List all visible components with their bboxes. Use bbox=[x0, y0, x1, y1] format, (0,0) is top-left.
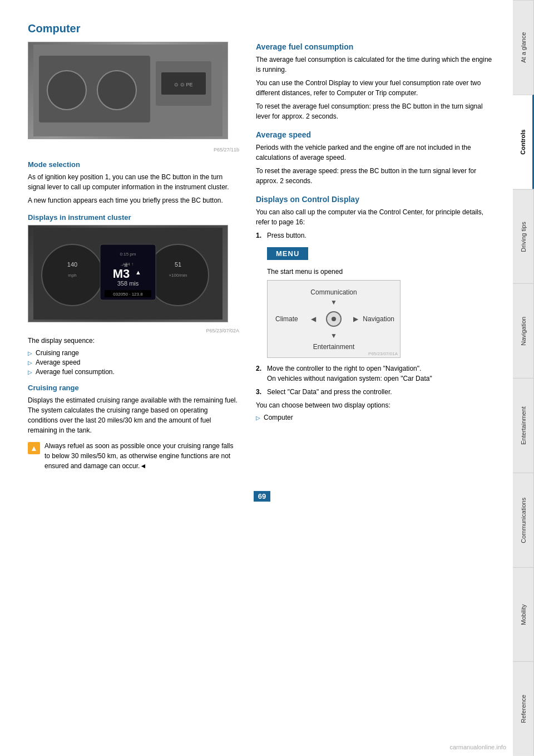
bullet-arrow-1: ▷ bbox=[28, 350, 32, 356]
warning-text: Always refuel as soon as possible once y… bbox=[44, 441, 239, 471]
step-2: 2. Move the controller to the right to o… bbox=[256, 364, 496, 384]
warning-icon: ▲ bbox=[28, 442, 40, 454]
step2-text: Move the controller to the right to open… bbox=[267, 364, 432, 384]
step1-sub: The start menu is opened bbox=[267, 267, 496, 277]
svg-point-3 bbox=[47, 71, 86, 110]
sidebar-tab-at-a-glance[interactable]: At a glance bbox=[513, 0, 534, 95]
avg-speed-text1: Periods with the vehicle parked and the … bbox=[256, 143, 496, 163]
main-content: Computer ⊙ ⊙ PE P65/27/11b bbox=[0, 0, 513, 524]
page-title: Computer bbox=[28, 22, 239, 35]
svg-text:M3: M3 bbox=[113, 267, 130, 281]
options-intro: You can choose between two display optio… bbox=[256, 400, 496, 410]
bullet-cruising-range: ▷ Cruising range bbox=[28, 349, 239, 357]
ctrl-diagram-caption: P65/23/07/01A bbox=[368, 351, 398, 356]
cruising-range-heading: Cruising range bbox=[28, 384, 239, 392]
image1-caption: P65/27/11b bbox=[28, 147, 239, 153]
step1-num: 1. bbox=[256, 230, 264, 240]
sidebar-tab-mobility[interactable]: Mobility bbox=[513, 567, 534, 662]
ctrl-navigation-label: Navigation bbox=[363, 315, 394, 323]
sidebar: At a glance Controls Driving tips Naviga… bbox=[513, 0, 534, 756]
svg-text:358 mis: 358 mis bbox=[117, 280, 139, 287]
svg-text:→⊠: →⊠ bbox=[120, 263, 128, 268]
ctrl-center bbox=[326, 311, 342, 327]
ctrl-center-dot bbox=[332, 317, 336, 321]
page-number-section: 69 bbox=[28, 491, 496, 502]
cluster-svg: 140 mph 51 ×100/min 0:15 pm +74 ↑ M3 ▲ →… bbox=[33, 228, 222, 320]
avg-fuel-text2: You can use the Control Display to view … bbox=[256, 78, 496, 98]
warning-box: ▲ Always refuel as soon as possible once… bbox=[28, 441, 239, 474]
sidebar-tab-driving-tips[interactable]: Driving tips bbox=[513, 189, 534, 284]
cluster-image: 140 mph 51 ×100/min 0:15 pm +74 ↑ M3 ▲ →… bbox=[28, 225, 228, 322]
mode-selection-text2: A new function appears each time you bri… bbox=[28, 195, 239, 205]
avg-fuel-heading: Average fuel consumption bbox=[256, 42, 496, 51]
bullet-text-3: Average fuel consumption. bbox=[36, 368, 115, 376]
step-3: 3. Select "Car Data" and press the contr… bbox=[256, 387, 496, 397]
svg-point-4 bbox=[97, 71, 136, 110]
displays-control-heading: Displays on Control Display bbox=[256, 195, 496, 204]
avg-fuel-text3: To reset the average fuel consumption: p… bbox=[256, 101, 496, 121]
step1-text: Press button. bbox=[267, 230, 306, 240]
bullet-text-1: Cruising range bbox=[36, 349, 79, 357]
svg-text:×100/min: ×100/min bbox=[169, 273, 187, 278]
step3-num: 3. bbox=[256, 387, 264, 397]
page-number: 69 bbox=[254, 491, 270, 502]
dashboard-image: ⊙ ⊙ PE bbox=[28, 42, 228, 139]
svg-text:⊙ ⊙ PE: ⊙ ⊙ PE bbox=[174, 82, 192, 87]
ctrl-entertainment-label: Entertainment bbox=[313, 343, 355, 351]
step-1: 1. Press button. bbox=[256, 230, 496, 240]
avg-speed-heading: Average speed bbox=[256, 130, 496, 139]
watermark: carmanualonline.info bbox=[449, 744, 506, 750]
cluster-caption: P65/23/07/02A bbox=[28, 328, 239, 333]
svg-text:▲: ▲ bbox=[135, 269, 141, 276]
bullet-avg-fuel: ▷ Average fuel consumption. bbox=[28, 368, 239, 376]
step3-text: Select "Car Data" and press the controll… bbox=[267, 387, 392, 397]
sidebar-tab-communications[interactable]: Communications bbox=[513, 473, 534, 567]
sidebar-tab-controls[interactable]: Controls bbox=[513, 95, 534, 189]
ctrl-arrow-right: ▶ bbox=[353, 315, 358, 323]
svg-text:mph: mph bbox=[68, 273, 77, 278]
option-arrow: ▷ bbox=[256, 415, 260, 421]
bullet-average-speed: ▷ Average speed bbox=[28, 359, 239, 366]
sidebar-tab-navigation[interactable]: Navigation bbox=[513, 283, 534, 378]
bullet-arrow-2: ▷ bbox=[28, 360, 32, 366]
sidebar-tab-entertainment[interactable]: Entertainment bbox=[513, 378, 534, 473]
svg-text:0:15 pm: 0:15 pm bbox=[120, 252, 136, 257]
sidebar-tab-reference[interactable]: Reference bbox=[513, 661, 534, 756]
bullet-arrow-3: ▷ bbox=[28, 369, 32, 375]
control-display-diagram: Communication ▼ Climate ◀ ▶ Navigation ▼… bbox=[267, 280, 400, 358]
svg-text:51: 51 bbox=[175, 261, 181, 268]
displays-control-text1: You can also call up the computer via th… bbox=[256, 207, 496, 227]
avg-fuel-text1: The average fuel consumption is calculat… bbox=[256, 55, 496, 75]
ctrl-climate-label: Climate bbox=[275, 315, 298, 323]
ctrl-communication-label: Communication bbox=[310, 288, 357, 296]
step2-num: 2. bbox=[256, 364, 264, 384]
svg-text:140: 140 bbox=[67, 261, 77, 268]
ctrl-arrow-down: ▼ bbox=[330, 332, 337, 340]
option-text: Computer bbox=[264, 414, 293, 421]
ctrl-arrow-up: ▼ bbox=[330, 298, 337, 306]
mode-selection-text1: As of ignition key position 1, you can u… bbox=[28, 172, 239, 192]
cruising-range-text: Displays the estimated cruising range av… bbox=[28, 395, 239, 435]
right-column: Average fuel consumption The average fue… bbox=[256, 22, 496, 480]
option-computer: ▷ Computer bbox=[256, 414, 496, 421]
mode-selection-heading: Mode selection bbox=[28, 160, 239, 169]
display-sequence-label: The display sequence: bbox=[28, 336, 239, 346]
bullet-text-2: Average speed bbox=[36, 359, 81, 366]
displays-cluster-heading: Displays in instrument cluster bbox=[28, 213, 239, 222]
left-column: Computer ⊙ ⊙ PE P65/27/11b bbox=[28, 22, 239, 480]
svg-text:032050 · 123.8: 032050 · 123.8 bbox=[113, 292, 143, 297]
menu-button: MENU bbox=[267, 247, 308, 260]
ctrl-arrow-left: ◀ bbox=[311, 315, 316, 323]
dashboard-svg: ⊙ ⊙ PE bbox=[33, 45, 222, 136]
avg-speed-text2: To reset the average speed: press the BC… bbox=[256, 166, 496, 186]
